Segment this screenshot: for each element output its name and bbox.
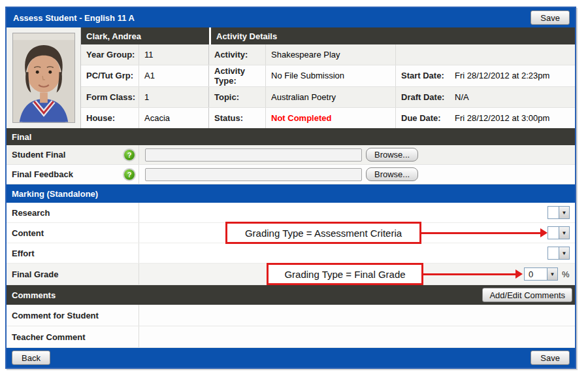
pc-tut-grp-value: A1 bbox=[139, 65, 209, 86]
save-button-top[interactable]: Save bbox=[531, 10, 570, 25]
form-class-label: Form Class: bbox=[81, 87, 139, 107]
save-button-bottom[interactable]: Save bbox=[531, 351, 570, 365]
annotation-arrow-line bbox=[423, 273, 515, 275]
year-group-label: Year Group: bbox=[81, 44, 139, 65]
comments-header-label: Comments bbox=[12, 290, 56, 300]
pc-tut-grp-label: PC/Tut Grp: bbox=[81, 65, 139, 86]
help-icon[interactable]: ? bbox=[124, 169, 135, 180]
student-name-header: Clark, Andrea bbox=[81, 27, 209, 44]
info-row: House: Acacia Status: Not Completed Due … bbox=[81, 108, 575, 128]
start-date-value: Fri 28/12/2012 at 2:23pm bbox=[449, 65, 575, 86]
dropdown-arrow-icon: ▼ bbox=[547, 268, 557, 280]
info-table: Clark, Andrea Activity Details Year Grou… bbox=[81, 27, 575, 128]
comment-for-student-label: Comment for Student bbox=[7, 305, 139, 326]
final-grade-select[interactable]: 0 ▼ bbox=[524, 267, 558, 281]
percent-sign: % bbox=[562, 269, 570, 279]
house-value: Acacia bbox=[139, 108, 209, 128]
activity-type-value: No File Submission bbox=[265, 65, 396, 86]
student-final-file-input[interactable] bbox=[145, 148, 362, 162]
draft-date-label: Draft Date: bbox=[396, 87, 449, 107]
annotation-final-grade: Grading Type = Final Grade bbox=[267, 263, 423, 285]
comments-section-header: Comments Add/Edit Comments bbox=[7, 285, 575, 305]
annotation-arrow-line bbox=[421, 232, 540, 234]
topic-value: Australian Poetry bbox=[265, 87, 396, 107]
activity-value: Shakespeare Play bbox=[265, 44, 396, 65]
help-icon[interactable]: ? bbox=[124, 150, 135, 160]
back-button[interactable]: Back bbox=[12, 351, 50, 365]
activity-type-label: Activity Type: bbox=[209, 65, 265, 86]
year-group-value: 11 bbox=[139, 44, 209, 65]
content-select[interactable]: ▼ bbox=[547, 226, 570, 239]
start-date-label: Start Date: bbox=[396, 65, 449, 86]
final-feedback-file-input[interactable] bbox=[145, 168, 362, 181]
student-photo-image bbox=[12, 33, 75, 123]
student-final-label: Student Final bbox=[12, 150, 65, 160]
activity-details-header: Activity Details bbox=[211, 27, 575, 44]
effort-label: Effort bbox=[7, 243, 139, 263]
footer-bar: Back Save bbox=[7, 348, 575, 368]
due-date-label: Due Date: bbox=[396, 108, 449, 128]
due-date-value: Fri 28/12/2012 at 3:00pm bbox=[449, 108, 575, 128]
student-photo bbox=[7, 27, 81, 128]
final-feedback-row: Final Feedback ? Browse... bbox=[7, 165, 575, 184]
draft-date-value: N/A bbox=[449, 87, 575, 107]
add-edit-comments-button[interactable]: Add/Edit Comments bbox=[482, 288, 572, 302]
status-value: Not Completed bbox=[265, 108, 396, 128]
dropdown-arrow-icon: ▼ bbox=[559, 227, 569, 239]
activity-label: Activity: bbox=[209, 44, 265, 65]
annotation-arrow-head bbox=[515, 269, 523, 279]
final-grade-value: 0 bbox=[525, 269, 547, 279]
info-row: Year Group: 11 Activity: Shakespeare Pla… bbox=[81, 44, 575, 65]
final-section-header: Final bbox=[7, 128, 575, 145]
content-label: Content bbox=[7, 223, 139, 243]
teacher-comment-row: Teacher Comment bbox=[7, 326, 575, 348]
date-value bbox=[449, 44, 575, 65]
info-row: PC/Tut Grp: A1 Activity Type: No File Su… bbox=[81, 65, 575, 86]
date-label bbox=[396, 44, 449, 65]
dropdown-arrow-icon: ▼ bbox=[559, 247, 569, 259]
form-class-value: 1 bbox=[139, 87, 209, 107]
annotation-arrow-head bbox=[540, 228, 547, 237]
dropdown-arrow-icon: ▼ bbox=[559, 207, 569, 218]
research-select[interactable]: ▼ bbox=[547, 206, 570, 219]
student-final-row: Student Final ? Browse... bbox=[7, 145, 575, 165]
marking-section-header: Marking (Standalone) bbox=[7, 184, 575, 203]
final-feedback-browse-button[interactable]: Browse... bbox=[366, 167, 418, 181]
effort-row: Effort ▼ bbox=[7, 243, 575, 264]
title-bar: Assess Student - English 11 A Save bbox=[7, 8, 575, 27]
status-label: Status: bbox=[209, 108, 265, 128]
effort-select[interactable]: ▼ bbox=[547, 247, 570, 260]
dialog-title: Assess Student - English 11 A bbox=[13, 13, 135, 23]
house-label: House: bbox=[81, 108, 139, 128]
assess-student-page: Assess Student - English 11 A Save bbox=[0, 0, 588, 378]
student-activity-panel: Clark, Andrea Activity Details Year Grou… bbox=[7, 27, 575, 128]
info-headers: Clark, Andrea Activity Details bbox=[81, 27, 575, 44]
assess-student-dialog: Assess Student - English 11 A Save bbox=[5, 7, 576, 369]
info-row: Form Class: 1 Topic: Australian Poetry D… bbox=[81, 87, 575, 108]
teacher-comment-label: Teacher Comment bbox=[7, 326, 139, 347]
topic-label: Topic: bbox=[209, 87, 265, 107]
final-grade-label: Final Grade bbox=[7, 264, 139, 284]
research-row: Research ▼ bbox=[7, 203, 575, 223]
comment-for-student-row: Comment for Student bbox=[7, 305, 575, 326]
research-label: Research bbox=[7, 203, 139, 222]
final-feedback-label: Final Feedback bbox=[12, 169, 73, 179]
student-final-browse-button[interactable]: Browse... bbox=[366, 148, 418, 162]
annotation-assessment-criteria: Grading Type = Assessment Criteria bbox=[225, 222, 421, 244]
